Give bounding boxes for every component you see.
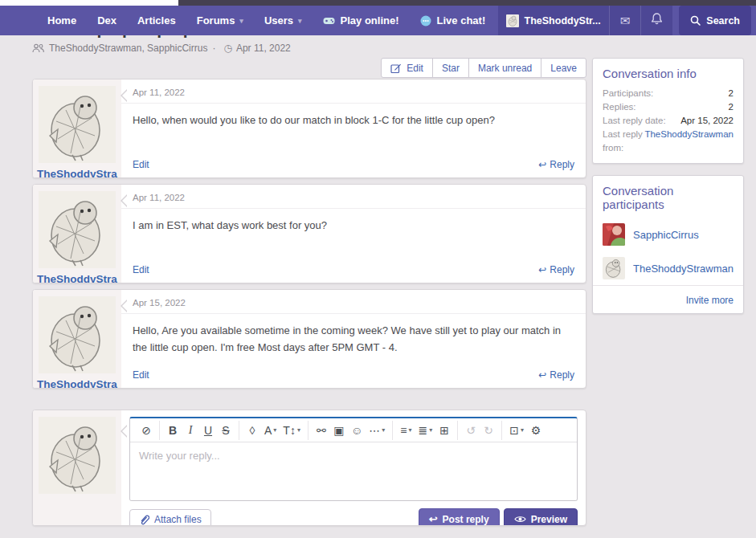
remove-format-icon[interactable]: ⊘ bbox=[137, 421, 155, 440]
preview-button[interactable]: Preview bbox=[504, 508, 578, 526]
bold-icon[interactable]: B bbox=[164, 421, 182, 440]
underline-icon[interactable]: U bbox=[199, 421, 217, 440]
font-family-icon[interactable]: A▾ bbox=[261, 421, 280, 440]
leave-button[interactable]: Leave bbox=[541, 58, 586, 78]
drafts-icon[interactable]: ⊡▾ bbox=[506, 421, 527, 440]
star-button[interactable]: Star bbox=[432, 58, 469, 78]
undo-icon[interactable]: ↺ bbox=[462, 421, 480, 440]
invite-more-link[interactable]: Invite more bbox=[686, 295, 734, 306]
chevron-down-icon: ▾ bbox=[298, 17, 302, 25]
author-name-link[interactable]: TheShoddyStrawman bbox=[33, 377, 121, 389]
nav-items: Home Dex Articles Forums▾ Users▾ Play on… bbox=[37, 6, 496, 35]
message-date-link[interactable]: Apr 11, 2022 bbox=[121, 79, 586, 104]
message-edit-link[interactable]: Edit bbox=[133, 369, 149, 381]
nav-item-forums[interactable]: Forums▾ bbox=[186, 6, 254, 35]
search-button[interactable]: Search bbox=[679, 6, 751, 35]
bubble-notch bbox=[121, 300, 127, 312]
message-date-link[interactable]: Apr 11, 2022 bbox=[121, 185, 586, 209]
conversation-info-card: Conversation info Participants: 2 Replie… bbox=[592, 58, 744, 164]
bubble-notch bbox=[121, 194, 127, 207]
avatar[interactable] bbox=[39, 191, 116, 268]
info-row-participants: Participants: 2 bbox=[603, 87, 734, 100]
nav-item-dex[interactable]: Dex bbox=[87, 6, 127, 35]
text-size-icon[interactable]: T↕▾ bbox=[280, 421, 304, 440]
participant-row[interactable]: SapphicCirrus bbox=[593, 218, 743, 251]
author-name-link[interactable]: TheShoddyStrawman bbox=[33, 271, 121, 283]
message-author-cell: TheShoddyStrawman bbox=[33, 79, 121, 177]
account-menu[interactable]: TheShoddyStr... bbox=[498, 6, 609, 35]
mark-unread-button[interactable]: Mark unread bbox=[468, 58, 541, 78]
bubble-notch bbox=[121, 89, 127, 102]
rich-text-editor: ⊘ B I U S ◊ A▾ T↕▾ ⚯ ▣ ☺ ⋯▾ bbox=[129, 417, 578, 501]
bubble-notch bbox=[121, 425, 127, 438]
text-color-icon[interactable]: ◊ bbox=[243, 421, 261, 440]
italic-icon[interactable]: I bbox=[182, 421, 199, 440]
eye-icon bbox=[514, 515, 526, 524]
sidebar: Conversation info Participants: 2 Replie… bbox=[592, 58, 744, 325]
info-row-last-reply-from: Last reply from: TheShoddyStrawman bbox=[603, 128, 734, 155]
envelope-icon: ✉ bbox=[620, 14, 631, 28]
participant-name[interactable]: TheShoddyStrawman bbox=[633, 263, 734, 275]
meta-separator: · bbox=[212, 43, 215, 54]
message-text: Hello, Are you available sometime in the… bbox=[121, 314, 586, 357]
participants-meta[interactable]: TheShoddyStrawman, SapphicCirrus bbox=[49, 43, 207, 54]
chat-bubble-icon bbox=[420, 15, 431, 26]
message-reply-link[interactable]: ↩Reply bbox=[538, 159, 574, 170]
editor-footer: Attach files ↩ Post reply Preview bbox=[129, 508, 578, 526]
conversation-meta: TheShoddyStrawman, SapphicCirrus · ◷ Apr… bbox=[32, 43, 291, 54]
reply-arrow-icon: ↩ bbox=[429, 513, 438, 525]
strikethrough-icon[interactable]: S bbox=[217, 421, 235, 440]
post-reply-button[interactable]: ↩ Post reply bbox=[419, 508, 500, 526]
list-icon[interactable]: ≣▾ bbox=[415, 421, 435, 440]
edit-button[interactable]: Edit bbox=[381, 58, 433, 78]
avatar[interactable] bbox=[39, 417, 116, 494]
message-body: Apr 11, 2022 Hello, when would you like … bbox=[121, 79, 586, 177]
top-edge-strip-light bbox=[0, 0, 178, 6]
message-edit-link[interactable]: Edit bbox=[133, 159, 149, 170]
participant-row[interactable]: TheShoddyStrawman bbox=[593, 251, 743, 285]
conversation-actions: Edit Star Mark unread Leave bbox=[32, 58, 586, 78]
message-edit-link[interactable]: Edit bbox=[133, 264, 149, 275]
reply-arrow-icon: ↩ bbox=[538, 369, 546, 381]
reply-editor: ⊘ B I U S ◊ A▾ T↕▾ ⚯ ▣ ☺ ⋯▾ bbox=[121, 410, 586, 525]
message-reply-link[interactable]: ↩Reply bbox=[538, 264, 574, 275]
emoji-icon[interactable]: ☺ bbox=[348, 421, 366, 440]
chevron-down-icon: ▾ bbox=[297, 426, 300, 434]
reply-input[interactable] bbox=[130, 442, 577, 500]
insert-image-icon[interactable]: ▣ bbox=[330, 421, 348, 440]
gear-icon[interactable]: ⚙ bbox=[527, 421, 545, 440]
message-reply-link[interactable]: ↩Reply bbox=[538, 369, 574, 381]
nav-item-users[interactable]: Users▾ bbox=[254, 6, 313, 35]
inbox-button[interactable]: ✉ bbox=[609, 6, 641, 35]
author-name-link[interactable]: TheShoddyStrawman bbox=[33, 166, 121, 178]
nav-right-cluster: TheShoddyStr... ✉ Search bbox=[498, 6, 751, 35]
nav-item-play-online[interactable]: Play online! bbox=[313, 6, 410, 35]
last-reply-from-link[interactable]: TheShoddyStrawman bbox=[644, 128, 734, 155]
insert-table-icon[interactable]: ⊞ bbox=[435, 421, 453, 440]
message-footer: Edit ↩Reply bbox=[133, 369, 574, 381]
nav-item-home[interactable]: Home bbox=[37, 6, 87, 35]
message-author-cell: TheShoddyStrawman bbox=[33, 185, 121, 283]
alignment-icon[interactable]: ≡▾ bbox=[397, 421, 415, 440]
reply-editor-card: ⊘ B I U S ◊ A▾ T↕▾ ⚯ ▣ ☺ ⋯▾ bbox=[32, 410, 586, 526]
alerts-button[interactable] bbox=[640, 6, 672, 35]
participant-name[interactable]: SapphicCirrus bbox=[633, 229, 699, 241]
insert-link-icon[interactable]: ⚯ bbox=[313, 421, 330, 440]
info-row-last-reply-date: Last reply date: Apr 15, 2022 bbox=[603, 114, 734, 128]
avatar bbox=[506, 14, 519, 27]
redo-icon[interactable]: ↻ bbox=[480, 421, 497, 440]
avatar[interactable] bbox=[39, 296, 116, 373]
message-text: I am in EST, what days work best for you… bbox=[121, 209, 586, 234]
reply-input-area bbox=[130, 442, 577, 500]
reply-arrow-icon: ↩ bbox=[538, 264, 546, 275]
attach-files-button[interactable]: Attach files bbox=[129, 509, 211, 527]
message-date-link[interactable]: Apr 15, 2022 bbox=[121, 290, 586, 314]
avatar[interactable] bbox=[39, 86, 116, 163]
nav-item-articles[interactable]: Articles bbox=[127, 6, 186, 35]
more-options-icon[interactable]: ⋯▾ bbox=[366, 421, 388, 440]
conversation-participants-card: Conversation participants SapphicCirrus … bbox=[592, 175, 744, 314]
search-icon bbox=[690, 15, 701, 26]
bell-icon bbox=[652, 13, 662, 28]
message-footer: Edit ↩Reply bbox=[133, 264, 574, 275]
nav-item-live-chat[interactable]: Live chat! bbox=[410, 6, 497, 35]
